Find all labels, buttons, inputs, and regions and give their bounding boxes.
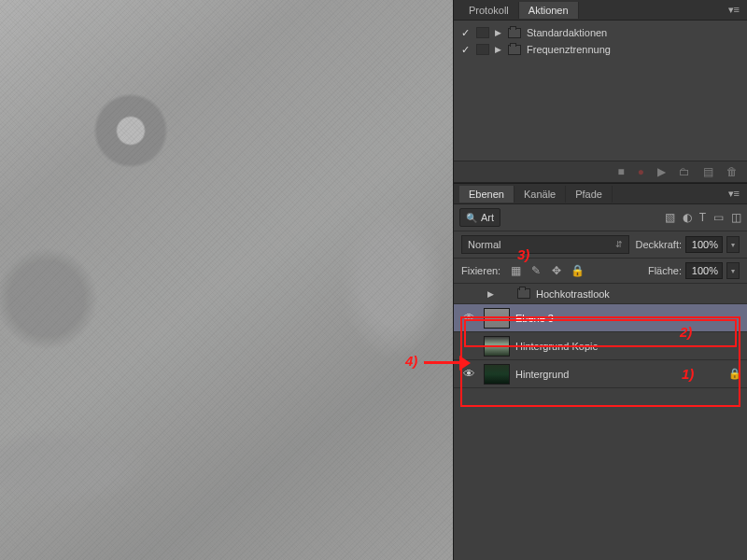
action-set-label: Frequenztrennung — [527, 44, 611, 55]
trash-icon[interactable]: 🗑 — [726, 165, 738, 178]
layer-group-row[interactable]: 👁 ▶ Hochkotrastlook — [454, 284, 747, 304]
panel-menu-icon[interactable]: ▾≡ — [725, 2, 743, 18]
filter-smart-icon[interactable]: ◫ — [731, 211, 741, 224]
tab-channels[interactable]: Kanäle — [514, 186, 566, 203]
actions-tabs: Protokoll Aktionen ▾≡ — [454, 0, 747, 21]
layer-name[interactable]: Ebene 3 — [515, 313, 741, 324]
layers-tabs: Ebenen Kanäle Pfade ▾≡ — [454, 184, 747, 204]
search-icon: 🔍 — [466, 213, 477, 223]
folder-icon — [508, 45, 521, 55]
right-panel-dock: Protokoll Aktionen ▾≡ ✓ ▶ Standardaktion… — [453, 0, 747, 560]
blend-mode-value: Normal — [468, 239, 500, 250]
tab-actions[interactable]: Aktionen — [519, 2, 579, 19]
lock-pixels-icon[interactable]: ✎ — [529, 264, 543, 277]
visibility-toggle[interactable]: 👁 — [459, 311, 478, 325]
lock-fill-row: Fixieren: ▦ ✎ ✥ 🔒 Fläche: 100% ▾ — [454, 259, 747, 284]
document-canvas[interactable] — [0, 0, 453, 560]
layer-filter-row: 🔍 Art ▧ ◐ T ▭ ◫ — [454, 204, 747, 231]
opacity-stepper[interactable]: ▾ — [726, 236, 740, 253]
layer-thumbnail[interactable] — [484, 308, 510, 329]
checkmark-icon[interactable]: ✓ — [459, 44, 471, 56]
panel-menu-icon[interactable]: ▾≡ — [725, 186, 743, 202]
action-set-row[interactable]: ✓ ▶ Standardaktionen — [459, 24, 741, 41]
folder-icon — [508, 28, 521, 38]
fill-label: Fläche: — [648, 265, 682, 276]
blend-mode-dropdown[interactable]: Normal ⇵ — [461, 235, 629, 254]
layer-row[interactable]: 👁 Hintergrund 🔒 — [454, 360, 747, 388]
dialog-toggle[interactable] — [476, 44, 489, 55]
filter-image-icon[interactable]: ▧ — [665, 211, 675, 224]
play-icon[interactable]: ▶ — [657, 165, 666, 178]
stop-icon[interactable]: ■ — [618, 165, 625, 178]
blend-opacity-row: Normal ⇵ Deckkraft: 100% ▾ — [454, 231, 747, 259]
opacity-field[interactable]: 100% — [685, 236, 723, 253]
dropdown-arrows-icon: ⇵ — [615, 240, 623, 249]
lock-all-icon[interactable]: 🔒 — [570, 264, 585, 277]
layer-thumbnail[interactable] — [484, 364, 510, 385]
tab-protocol[interactable]: Protokoll — [459, 2, 519, 19]
visibility-toggle[interactable]: 👁 — [459, 287, 478, 301]
fill-field[interactable]: 100% — [685, 262, 723, 279]
tab-paths[interactable]: Pfade — [566, 186, 613, 203]
layers-list: 👁 ▶ Hochkotrastlook 👁 Ebene 3 👁 Hintergr… — [454, 284, 747, 388]
filter-shape-icon[interactable]: ▭ — [713, 211, 724, 224]
layer-thumbnail[interactable] — [484, 336, 510, 357]
folder-icon — [517, 288, 530, 299]
visibility-toggle[interactable]: 👁 — [459, 367, 478, 381]
filter-adjust-icon[interactable]: ◐ — [683, 211, 692, 224]
action-set-label: Standardaktionen — [527, 27, 607, 38]
lock-icon: 🔒 — [728, 368, 741, 380]
filter-type-icon[interactable]: T — [699, 211, 706, 224]
actions-toolbar: ■ ● ▶ 🗀 ▤ 🗑 — [454, 161, 747, 183]
actions-panel: Protokoll Aktionen ▾≡ ✓ ▶ Standardaktion… — [454, 0, 747, 183]
action-set-row[interactable]: ✓ ▶ Frequenztrennung — [459, 41, 741, 58]
lock-transparency-icon[interactable]: ▦ — [508, 264, 523, 277]
opacity-label: Deckkraft: — [635, 239, 682, 250]
new-set-icon[interactable]: 🗀 — [679, 165, 690, 178]
fill-stepper[interactable]: ▾ — [726, 262, 740, 279]
checkmark-icon[interactable]: ✓ — [459, 27, 471, 39]
expand-caret-icon[interactable]: ▶ — [495, 45, 502, 54]
lock-label: Fixieren: — [461, 265, 500, 276]
record-icon[interactable]: ● — [638, 165, 644, 178]
layer-name[interactable]: Hochkotrastlook — [536, 288, 741, 300]
dialog-toggle[interactable] — [476, 27, 489, 38]
visibility-toggle[interactable]: 👁 — [459, 339, 478, 353]
layer-filter-icons: ▧ ◐ T ▭ ◫ — [665, 211, 741, 224]
layers-empty-area — [454, 388, 747, 560]
actions-list: ✓ ▶ Standardaktionen ✓ ▶ Frequenztrennun… — [454, 21, 747, 161]
type-filter-label: Art — [481, 212, 494, 223]
layer-name[interactable]: Hintergrund — [515, 369, 723, 380]
layers-panel: Ebenen Kanäle Pfade ▾≡ 🔍 Art ▧ ◐ T ▭ ◫ N… — [454, 183, 747, 560]
tab-layers[interactable]: Ebenen — [459, 186, 514, 203]
layer-row[interactable]: 👁 Ebene 3 — [454, 304, 747, 332]
expand-caret-icon[interactable]: ▶ — [487, 289, 495, 299]
lock-position-icon[interactable]: ✥ — [549, 264, 564, 277]
layer-type-filter[interactable]: 🔍 Art — [459, 208, 500, 227]
expand-caret-icon[interactable]: ▶ — [495, 28, 502, 37]
layer-name[interactable]: Hintergrund Kopie — [515, 341, 741, 352]
new-action-icon[interactable]: ▤ — [703, 165, 713, 178]
layer-row[interactable]: 👁 Hintergrund Kopie — [454, 332, 747, 360]
canvas-image — [0, 0, 453, 560]
